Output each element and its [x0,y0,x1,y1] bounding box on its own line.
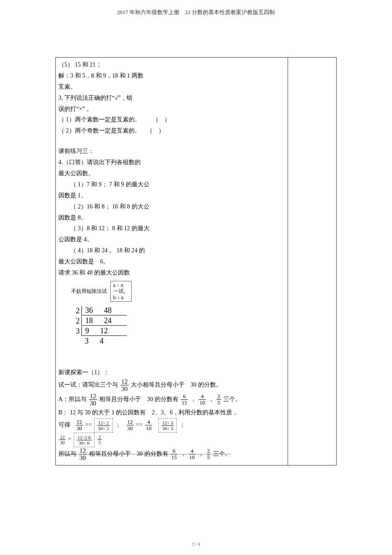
hint-label: 不妨用短除法试 [71,288,107,294]
sd-divisor: 2 [71,306,81,315]
text: == [136,422,143,428]
derivation-line-1: 可得 12 30 == 12÷ 2 30÷ 2 ； [58,418,285,433]
fraction: 2 5 [216,393,221,406]
section-title: 课前练习三： [58,146,285,157]
try-line: 试一试：请写出三个与 12 30 大小相等且分母小于 30 的分数。 [58,378,285,393]
frac-den: 10 [145,425,152,431]
text-line: （ 1）7 和 9； 7 和 9 的最大公 [58,179,285,190]
hint-top: a ÷ n [113,282,129,288]
sd-num: 12 [100,327,108,335]
frac-num: 2 [216,393,221,400]
text-line: 解：3 和 5，8 和 9，18 和 1 两数 [58,70,285,81]
fraction: 12 30 [79,447,87,462]
fraction: 12÷2 6 30÷ 6 [77,435,92,445]
frac-den: 30 [79,454,87,462]
frac-den: 30÷ 2 [97,426,110,431]
text-line: 公因数是 4。 [58,234,285,245]
frac-den: 10 [199,400,206,406]
frac-num: 4 [199,393,206,400]
page-header: 2017 年秋六年级数学上册 22 分数的基本性质教案沪教版五四制 [47,9,345,19]
sd-divisor: 2 [71,317,81,326]
text: 大小相等且分母小于 30 的分数。 [131,382,222,388]
text: ， [198,451,204,457]
hint-row: 不妨用短除法试 a ÷ n 一试。 b ÷ n [58,281,285,302]
sd-num: 4 [100,337,104,346]
text-line: （ 3）8 和 12； 8 和 12 的最大 [58,223,285,234]
sd-num: 9 [85,327,89,335]
text-line: 因数是 1。 [58,190,285,201]
hint-mid: 一试。 [113,288,129,294]
side-column [288,58,336,465]
text-line: （ 4）18 和 24 。 18 和 24 的 [58,245,285,256]
text-line: 互素。 [58,81,285,92]
text: 可得 [58,422,70,428]
dashed-box: 12÷ 3 30÷ 3 [159,418,177,433]
frac-den: 30÷ 6 [77,440,92,445]
text-line: 3. 下列说法正确的打“√”，错 [58,92,285,104]
fraction: 4 10 [145,419,152,432]
sd-num: 24 [104,316,112,325]
frac-den: 30 [121,385,129,393]
frac-num: 2 [206,448,211,454]
text: 相等且分母小于 30 [99,396,153,402]
frac-den: 15 [170,454,178,460]
sd-num: 36 [85,306,93,315]
text-line: 4.（口答）请说出下列各组数的 [58,157,285,168]
text-line: （ 1）两个素数一定是互素的。 （ ） [58,114,285,125]
frac-den: 30÷ 3 [161,426,174,431]
frac-num: 6 [170,448,178,454]
frac-num: 4 [145,419,152,425]
fraction: 4 10 [188,448,196,461]
frac-num: 12 [59,434,66,440]
text-line: 最大公因数。 [58,168,285,179]
frac-num: 12 [127,419,134,425]
frac-num: 12 [79,447,87,455]
text-line: （ 2）16 和 8； 16 和 8 的大公 [58,201,285,212]
text: 三个。 [223,396,241,402]
text-line: 因数是 8。 [58,212,285,223]
text: == [85,422,92,428]
text: ； [115,422,121,428]
derivation-line-2: 12 30 = 12÷2 6 30÷ 6 2 5 [58,433,285,447]
text: 三个。 [213,451,231,457]
frac-den: 10 [188,454,196,460]
frac-num: 12÷ 2 [97,420,110,426]
sd-num: 18 [85,316,93,325]
fraction: 12÷ 2 30÷ 2 [97,420,110,431]
text-line: （5） 15 和 21； [58,59,285,70]
section-title: 新课探索一（1）： [58,367,285,378]
answer-a-line: A：所以与 12 30 相等且分母小于 30 的分数有 6 15 ， 4 10 [58,393,285,407]
text: ， [180,451,186,457]
sd-divisor: 3 [71,327,81,336]
fraction: 12 30 [59,434,66,445]
fraction: 6 15 [170,448,178,461]
frac-den: 5 [216,400,221,406]
text: ， [190,396,196,402]
hint-box: a ÷ n 一试。 b ÷ n [110,281,132,302]
main-column: （5） 15 和 21； 解：3 和 5，8 和 9，18 和 1 两数 互素。… [56,58,288,465]
short-division: 2 36 48 2 18 24 3 [71,306,285,346]
frac-num: 12 [121,378,129,386]
text: ； [179,422,185,428]
text-line: 误的打“×” 。 [58,104,285,115]
frac-num: 12 [76,419,83,425]
fraction: 12 30 [121,378,129,393]
frac-num: 6 [181,393,188,400]
final-line: 所以与 12 30 相等且分母小于 30 的分数有 6 15 ， 4 10 [58,447,285,462]
frac-den: 30 [59,440,66,445]
fraction: 4 10 [199,393,206,406]
fraction: 12 30 [76,419,83,432]
text-line: 最大公因数是 6。 [58,256,285,267]
content-table: （5） 15 和 21； 解：3 和 5，8 和 9，18 和 1 两数 互素。… [55,57,337,465]
answer-b-line: B： 12 与 30 的大于 1 的公因数有 2、3、6，利用分数的基本性质， [58,407,285,418]
dashed-box: 12÷ 2 30÷ 2 [94,418,112,433]
frac-den: 30 [127,425,134,431]
sd-num: 3 [85,337,89,346]
text: 的分数有 [144,451,168,457]
fraction: 2 5 [206,448,211,461]
frac-num: 12 [89,393,97,400]
frac-den: 30 [76,425,83,431]
text-line: 请求 36 和 48 的最大公因数 [58,267,285,278]
page-footer: 2 / 4 [0,541,392,546]
text: A：所以与 [58,396,86,402]
